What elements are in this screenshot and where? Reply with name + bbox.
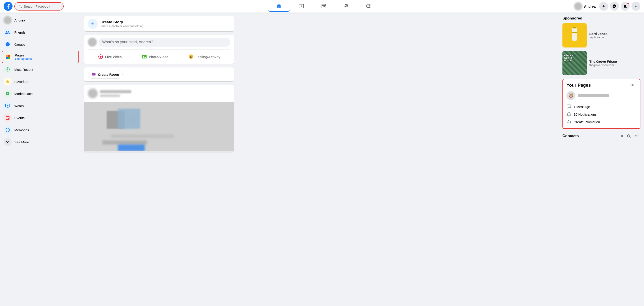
- sidebar-friends-label: Friends: [14, 30, 26, 34]
- svg-point-21: [189, 54, 194, 59]
- see-more-icon-bg: [4, 138, 12, 146]
- svg-line-31: [630, 137, 630, 138]
- sidebar-recent-label: Most Recent: [14, 68, 33, 72]
- sidebar-favorites-label: Favorites: [14, 80, 28, 84]
- page-message-label: 1 Message: [574, 105, 590, 109]
- ad-grove-frisco-image: a fresherway toFrisco: [562, 51, 587, 75]
- notification-dot: [627, 2, 629, 4]
- sidebar-item-watch[interactable]: Watch: [2, 100, 79, 112]
- feed-post: [84, 85, 234, 152]
- marketplace-icon: [321, 3, 326, 9]
- sidebar-left: Andrea Friends Groups: [0, 12, 81, 306]
- video-call-button[interactable]: [617, 132, 624, 140]
- sidebar-item-events[interactable]: Events: [2, 112, 79, 124]
- favorites-icon-bg: [4, 78, 12, 86]
- watch-icon: [299, 3, 304, 9]
- memories-icon: [5, 128, 10, 132]
- page-list-item[interactable]: 🦉: [566, 91, 636, 100]
- nav-watch-button[interactable]: [291, 1, 312, 12]
- page-stat-message[interactable]: 1 Message: [566, 103, 636, 110]
- chevron-down-icon: [634, 4, 638, 8]
- account-button[interactable]: [632, 2, 640, 11]
- sidebar-item-favorites[interactable]: Favorites: [2, 76, 79, 87]
- user-avatar: [574, 2, 582, 10]
- your-pages-title: Your Pages: [566, 83, 591, 88]
- sidebar-right: Sponsored Lord Jones sephora.com: [559, 12, 644, 306]
- plus-icon: +: [602, 4, 605, 9]
- create-story-title: Create Story: [100, 20, 144, 24]
- friends-icon-bg: [4, 28, 12, 36]
- contacts-more-button[interactable]: •••: [633, 132, 640, 140]
- ad-lord-jones-info: Lord Jones sephora.com: [589, 32, 608, 39]
- user-chip[interactable]: Andrea: [572, 1, 598, 11]
- live-video-icon: [98, 54, 103, 59]
- feeling-button[interactable]: Feeling/Activity: [185, 52, 224, 61]
- ad-grove-frisco-name: The Grove Frisco: [589, 60, 617, 64]
- create-room-label: Create Room: [98, 72, 119, 76]
- composer-input[interactable]: What's on your mind, Andrea?: [98, 38, 230, 46]
- svg-point-22: [190, 56, 191, 57]
- home-icon: [276, 3, 282, 9]
- notification-bell-icon: [566, 112, 572, 117]
- ad-lord-jones[interactable]: Lord Jones sephora.com: [562, 23, 640, 48]
- events-icon-bg: [4, 114, 12, 122]
- search-box[interactable]: Search Facebook: [14, 2, 64, 10]
- sidebar-item-see-more[interactable]: See More: [2, 136, 79, 148]
- svg-point-23: [191, 56, 192, 57]
- search-contacts-button[interactable]: [625, 132, 632, 140]
- sidebar-item-pages[interactable]: Pages ● 9+ updates: [2, 51, 79, 63]
- create-story-text: Create Story Share a photo or write some…: [100, 20, 144, 28]
- sidebar-item-groups[interactable]: Groups: [2, 38, 79, 50]
- svg-rect-25: [572, 28, 577, 41]
- main-layout: Andrea Friends Groups: [0, 0, 644, 306]
- page-stat-promotion[interactable]: Create Promotion: [566, 118, 636, 126]
- sidebar-item-profile[interactable]: Andrea: [2, 14, 79, 26]
- sidebar-item-friends[interactable]: Friends: [2, 26, 79, 38]
- sidebar-pages-sublabel: ● 9+ updates: [15, 57, 32, 60]
- sidebar-item-most-recent[interactable]: Most Recent: [2, 64, 79, 75]
- composer-card: What's on your mind, Andrea? Live Video: [84, 35, 234, 64]
- create-story-card: Create Story Share a photo or write some…: [84, 16, 234, 31]
- chevron-down-sidebar-icon: [5, 140, 10, 144]
- composer-placeholder: What's on your mind, Andrea?: [102, 40, 153, 44]
- star-icon: [5, 79, 10, 84]
- live-video-button[interactable]: Live Video: [94, 52, 126, 61]
- pages-icon: [6, 54, 10, 59]
- recent-icon-bg: [4, 66, 12, 74]
- svg-point-7: [346, 4, 348, 6]
- post-image-blurred: [84, 102, 234, 151]
- sidebar-pages-label: Pages: [15, 53, 32, 57]
- nav-groups-button[interactable]: [336, 1, 357, 12]
- pages-icon-bg: [4, 53, 12, 61]
- page-promotion-label: Create Promotion: [574, 120, 600, 124]
- create-story-button[interactable]: [88, 19, 98, 29]
- user-name-label: Andrea: [584, 4, 596, 8]
- gaming-icon: [366, 3, 371, 9]
- create-room-button[interactable]: Create Room: [88, 70, 122, 79]
- composer-actions: Live Video Photo/Video: [88, 49, 230, 61]
- nav-marketplace-button[interactable]: [313, 1, 334, 12]
- sidebar-item-marketplace[interactable]: Marketplace: [2, 88, 79, 100]
- video-call-icon: [619, 134, 623, 138]
- svg-marker-28: [621, 135, 622, 137]
- nav-gaming-button[interactable]: [358, 1, 379, 12]
- ad-lord-jones-url: sephora.com: [589, 36, 608, 39]
- live-video-label: Live Video: [105, 55, 122, 59]
- add-button[interactable]: +: [599, 2, 608, 11]
- svg-point-20: [143, 56, 144, 57]
- nav-home-button[interactable]: [268, 1, 290, 12]
- facebook-logo-icon[interactable]: [4, 2, 12, 11]
- page-avatar: 🦉: [566, 91, 576, 100]
- notifications-button[interactable]: [621, 2, 630, 11]
- page-stat-notifications[interactable]: 10 Notifications: [566, 110, 636, 118]
- contacts-dots-icon: •••: [635, 134, 639, 138]
- watch-sidebar-icon: [5, 103, 10, 108]
- ad-grove-frisco[interactable]: a fresherway toFrisco The Grove Frisco t…: [562, 51, 640, 75]
- search-placeholder-text: Search Facebook: [24, 4, 50, 8]
- sidebar-item-memories[interactable]: Memories: [2, 124, 79, 136]
- svg-rect-14: [8, 55, 10, 57]
- sidebar-events-label: Events: [14, 116, 25, 120]
- messenger-button[interactable]: [610, 2, 619, 11]
- photo-video-button[interactable]: Photo/Video: [138, 52, 172, 61]
- your-pages-more-button[interactable]: •••: [628, 82, 636, 88]
